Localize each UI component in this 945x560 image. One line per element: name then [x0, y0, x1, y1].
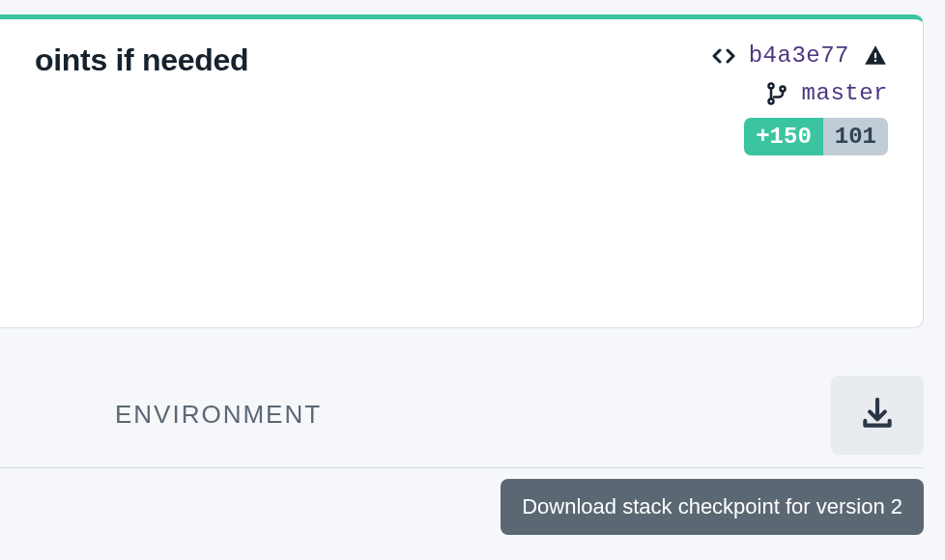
branch-icon — [765, 82, 788, 105]
commit-meta: b4a3e77 master +150 101 — [712, 42, 888, 155]
download-tooltip: Download stack checkpoint for version 2 — [501, 479, 924, 535]
branch-name: master — [802, 80, 888, 106]
warning-icon — [863, 43, 888, 69]
diff-badge: +150 101 — [744, 118, 888, 155]
table-header-row: ON ENVIRONMENT — [0, 362, 924, 468]
diff-removed: 101 — [823, 118, 888, 155]
commit-card: oints if needed b4a3e77 master +150 101 — [0, 14, 924, 328]
column-header-environment: ENVIRONMENT — [115, 400, 322, 430]
column-header-fragment: ON — [0, 400, 1, 430]
commit-title: oints if needed — [35, 42, 248, 78]
svg-rect-1 — [874, 59, 876, 61]
commit-hash: b4a3e77 — [749, 42, 849, 69]
card-header: oints if needed b4a3e77 master +150 101 — [35, 42, 888, 155]
diff-added: +150 — [744, 118, 823, 155]
code-icon — [712, 44, 735, 68]
download-button[interactable] — [831, 376, 924, 455]
download-icon — [859, 395, 896, 435]
branch-row[interactable]: master — [765, 80, 888, 106]
commit-hash-row[interactable]: b4a3e77 — [712, 42, 888, 69]
svg-rect-0 — [874, 52, 876, 57]
